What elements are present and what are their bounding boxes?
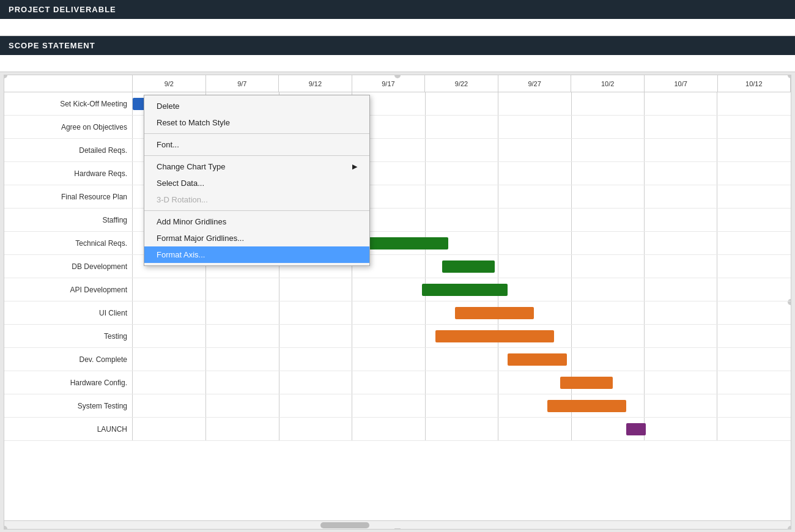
row-hardware-reqs: Hardware Reqs. xyxy=(4,162,791,185)
date-9-7: 9/7 xyxy=(206,75,279,92)
label-dev-complete: Dev. Complete xyxy=(4,348,133,371)
menu-change-chart-type[interactable]: Change Chart Type ▶ xyxy=(144,158,369,175)
menu-select-data[interactable]: Select Data... xyxy=(144,175,369,191)
label-launch: LAUNCH xyxy=(4,418,133,440)
dates-row: 9/2 9/7 9/12 9/17 9/22 9/27 10/2 10/7 10… xyxy=(133,75,791,92)
context-menu: Delete Reset to Match Style Font... Chan… xyxy=(144,95,370,266)
menu-delete-label: Delete xyxy=(157,102,180,111)
date-9-2: 9/2 xyxy=(133,75,206,92)
date-header-row: 9/2 9/7 9/12 9/17 9/22 9/27 10/2 10/7 10… xyxy=(4,75,791,92)
label-detailed-reqs: Detailed Reqs. xyxy=(4,139,133,161)
project-deliverable-gap xyxy=(0,19,795,36)
menu-reset-style[interactable]: Reset to Match Style xyxy=(144,114,369,131)
menu-sep-3 xyxy=(144,210,369,211)
row-detailed-reqs: Detailed Reqs. xyxy=(4,139,791,162)
scope-statement-title: SCOPE STATEMENT xyxy=(9,41,95,50)
task-label-header xyxy=(4,75,133,92)
gantt-chart-wrapper: 9/2 9/7 9/12 9/17 9/22 9/27 10/2 10/7 10… xyxy=(4,75,791,530)
bar-area-ui-client xyxy=(133,301,791,324)
menu-sep-2 xyxy=(144,155,369,156)
row-db-development: DB Development xyxy=(4,255,791,278)
date-9-27: 9/27 xyxy=(498,75,572,92)
bar-api-development xyxy=(422,284,508,296)
menu-reset-style-label: Reset to Match Style xyxy=(157,118,230,127)
row-ui-client: UI Client xyxy=(4,301,791,325)
row-technical-reqs: Technical Reqs. xyxy=(4,232,791,255)
bar-area-launch xyxy=(133,418,791,440)
row-dev-complete: Dev. Complete xyxy=(4,348,791,371)
menu-delete[interactable]: Delete xyxy=(144,98,369,114)
project-deliverable-header: PROJECT DELIVERABLE xyxy=(0,0,795,19)
submenu-arrow: ▶ xyxy=(352,163,357,171)
bar-area-system-testing xyxy=(133,394,791,417)
label-db-development: DB Development xyxy=(4,255,133,278)
label-system-testing: System Testing xyxy=(4,394,133,417)
horizontal-scrollbar[interactable] xyxy=(4,520,791,529)
row-agree-objectives: Agree on Objectives xyxy=(4,116,791,139)
menu-format-axis[interactable]: Format Axis... xyxy=(144,246,369,263)
bar-dev-complete xyxy=(508,353,567,366)
project-deliverable-title: PROJECT DELIVERABLE xyxy=(9,5,116,14)
scroll-track xyxy=(13,522,782,528)
bar-launch xyxy=(626,423,646,435)
label-final-resource-plan: Final Resource Plan xyxy=(4,185,133,208)
scroll-thumb[interactable] xyxy=(320,522,369,528)
main-container: PROJECT DELIVERABLE SCOPE STATEMENT 9/2 … xyxy=(0,0,795,532)
bar-area-hardware-config xyxy=(133,371,791,394)
menu-3d-rotation: 3-D Rotation... xyxy=(144,191,369,208)
row-hardware-config: Hardware Config. xyxy=(4,371,791,394)
row-testing: Testing xyxy=(4,325,791,348)
menu-change-chart-type-label: Change Chart Type xyxy=(157,162,226,171)
label-technical-reqs: Technical Reqs. xyxy=(4,232,133,254)
bar-ui-client xyxy=(455,307,534,319)
menu-font[interactable]: Font... xyxy=(144,136,369,153)
scope-statement-gap xyxy=(0,55,795,72)
bar-system-testing xyxy=(547,400,626,412)
date-10-7: 10/7 xyxy=(645,75,718,92)
bar-area-testing xyxy=(133,325,791,347)
label-hardware-reqs: Hardware Reqs. xyxy=(4,162,133,185)
menu-3d-rotation-label: 3-D Rotation... xyxy=(157,195,208,204)
label-set-kickoff: Set Kick-Off Meeting xyxy=(4,92,133,115)
gantt-rows: Set Kick-Off Meeting Agree on Objectives xyxy=(4,92,791,520)
row-api-development: API Development xyxy=(4,278,791,301)
menu-sep-1 xyxy=(144,133,369,134)
date-10-12: 10/12 xyxy=(718,75,791,92)
label-testing: Testing xyxy=(4,325,133,347)
menu-font-label: Font... xyxy=(157,140,179,149)
row-final-resource-plan: Final Resource Plan xyxy=(4,185,791,209)
date-9-12: 9/12 xyxy=(279,75,352,92)
scope-statement-header: SCOPE STATEMENT xyxy=(0,36,795,55)
row-launch: LAUNCH xyxy=(4,418,791,441)
menu-add-minor-gridlines-label: Add Minor Gridlines xyxy=(157,217,226,226)
bar-db-development xyxy=(442,260,495,273)
label-agree-objectives: Agree on Objectives xyxy=(4,116,133,138)
row-staffing: Staffing xyxy=(4,209,791,232)
bar-area-dev-complete xyxy=(133,348,791,371)
menu-select-data-label: Select Data... xyxy=(157,179,204,188)
label-hardware-config: Hardware Config. xyxy=(4,371,133,394)
menu-format-major-gridlines-label: Format Major Gridlines... xyxy=(157,234,244,243)
bar-hardware-config xyxy=(560,377,613,389)
date-10-2: 10/2 xyxy=(571,75,645,92)
row-set-kickoff: Set Kick-Off Meeting xyxy=(4,92,791,116)
menu-add-minor-gridlines[interactable]: Add Minor Gridlines xyxy=(144,213,369,230)
label-api-development: API Development xyxy=(4,278,133,301)
bar-area-api-development xyxy=(133,278,791,301)
date-9-17: 9/17 xyxy=(352,75,426,92)
menu-format-major-gridlines[interactable]: Format Major Gridlines... xyxy=(144,230,369,246)
menu-format-axis-label: Format Axis... xyxy=(157,250,205,259)
row-system-testing: System Testing xyxy=(4,394,791,418)
label-ui-client: UI Client xyxy=(4,301,133,324)
label-staffing: Staffing xyxy=(4,209,133,231)
date-9-22: 9/22 xyxy=(425,75,498,92)
handle-bottom-right[interactable] xyxy=(788,526,791,530)
bar-testing xyxy=(435,330,554,342)
